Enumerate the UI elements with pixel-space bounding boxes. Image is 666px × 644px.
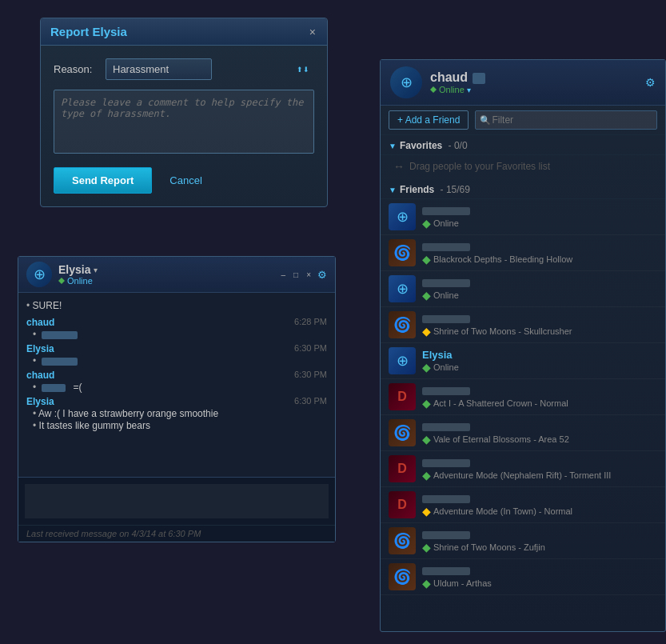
friends-panel: ⊕ chaud ​ Online ▾ ⚙ + Add a Friend 🔍 [380, 59, 666, 632]
blurred-name [422, 459, 470, 467]
favorites-count: - 0/0 [445, 140, 467, 151]
friends-titlebar: ⊕ chaud ​ Online ▾ ⚙ [381, 60, 665, 106]
chat-username: Elysia [58, 263, 90, 276]
report-dialog: Report Elysia × Reason: Harassment Spam … [40, 18, 328, 207]
sender-name: Elysia [26, 396, 54, 407]
status-icon: ◆ [422, 433, 431, 446]
maximize-button[interactable]: □ [292, 270, 300, 279]
sender-name: Elysia [26, 343, 54, 354]
chat-status: Online [58, 276, 98, 286]
friend-game-icon: 🌀 [389, 527, 416, 554]
chat-message: chaud 6:30 PM =( [26, 370, 327, 393]
sender-name: chaud [26, 370, 54, 381]
chevron-icon: ▼ [389, 186, 397, 194]
blurred-name [422, 315, 470, 323]
friend-game-icon: 🌀 [389, 311, 416, 338]
friend-info: ◆ Online [422, 277, 657, 302]
chat-message: Elysia 6:30 PM [26, 343, 327, 366]
send-report-button[interactable]: Send Report [54, 167, 152, 194]
friend-name [422, 241, 657, 253]
friend-info: ◆ Shrine of Two Moons - Skullcrusher [422, 313, 657, 338]
friends-username: chaud [430, 70, 468, 84]
blurred-message [42, 331, 78, 339]
blurred-name [422, 207, 470, 215]
message-time: 6:28 PM [294, 317, 327, 328]
cancel-button[interactable]: Cancel [160, 167, 211, 194]
bnet-logo-icon: ⊕ [401, 74, 413, 91]
search-icon: 🔍 [480, 115, 491, 126]
comment-textarea[interactable] [54, 90, 314, 154]
chevron-down-icon: ▾ [94, 266, 98, 274]
chat-footer: Last received message on 4/3/14 at 6:30 … [18, 525, 335, 542]
chat-titlebar: ⊕ Elysia ▾ Online – □ × ⚙ [18, 257, 335, 293]
friend-name [422, 277, 657, 289]
list-item[interactable]: ⊕ ◆ Online [381, 199, 665, 235]
reason-dropdown[interactable]: Harassment Spam Inappropriate Name Cheat… [106, 58, 212, 80]
list-item[interactable]: D ◆ Act I - A Shattered Crown - Normal [381, 379, 665, 415]
blurred-name [422, 279, 470, 287]
friend-name [422, 385, 657, 397]
list-item[interactable]: D ◆ Adventure Mode (In Town) - Normal [381, 487, 665, 523]
message-content-line1: Aw :( I have a strawberry orange smoothi… [26, 407, 327, 419]
friend-info: ◆ Act I - A Shattered Crown - Normal [422, 385, 657, 410]
friend-status: ◆ Vale of Eternal Blossoms - Area 52 [422, 433, 657, 446]
list-item[interactable]: 🌀 ◆ Vale of Eternal Blossoms - Area 52 [381, 415, 665, 451]
status-icon: ◆ [422, 577, 431, 590]
friend-info: Elysia ◆ Online [422, 349, 657, 374]
friend-name [422, 313, 657, 325]
friend-game-icon: D [389, 383, 416, 410]
friend-status: ◆ Act I - A Shattered Crown - Normal [422, 397, 657, 410]
add-friend-button[interactable]: + Add a Friend [389, 110, 469, 130]
friend-name [422, 421, 657, 433]
friends-toolbar: + Add a Friend 🔍 [381, 106, 665, 135]
filter-input[interactable] [475, 110, 657, 130]
battletag-badge: ​ [473, 73, 485, 84]
status-icon: ◆ [422, 217, 431, 230]
minimize-button[interactable]: – [280, 270, 288, 279]
friend-status: ◆ Shrine of Two Moons - Zufjin [422, 541, 657, 554]
message-content: =( [26, 381, 327, 393]
blurred-name [422, 495, 470, 503]
message-content-line2: It tastes like gummy bears [26, 419, 327, 431]
status-icon [58, 278, 65, 284]
friends-settings-icon[interactable]: ⚙ [645, 76, 656, 89]
chat-user-info: Elysia ▾ Online [58, 263, 98, 286]
message-time: 6:30 PM [294, 343, 327, 354]
friend-status: ◆ Blackrock Depths - Bleeding Hollow [422, 253, 657, 266]
friend-info: ◆ Vale of Eternal Blossoms - Area 52 [422, 421, 657, 446]
close-chat-button[interactable]: × [305, 270, 313, 279]
list-item[interactable]: 🌀 ◆ Blackrock Depths - Bleeding Hollow [381, 235, 665, 271]
list-item[interactable]: 🌀 ◆ Shrine of Two Moons - Zufjin [381, 523, 665, 559]
friend-info: ◆ Shrine of Two Moons - Zufjin [422, 529, 657, 554]
close-button[interactable]: × [308, 26, 317, 38]
blurred-message [42, 358, 78, 366]
friend-game-icon: D [389, 455, 416, 482]
list-item[interactable]: ⊕ ◆ Online [381, 271, 665, 307]
drag-hint: Drag people to your Favorites list [381, 155, 665, 179]
friend-game-icon: 🌀 [389, 239, 416, 266]
blurred-name [422, 531, 470, 539]
list-item[interactable]: D ◆ Adventure Mode (Nephalem Rift) - Tor… [381, 451, 665, 487]
blurred-name [422, 567, 470, 575]
chat-controls: – □ × ⚙ [280, 269, 327, 281]
friend-name [422, 205, 657, 217]
favorites-section-header: ▼ Favorites - 0/0 [381, 135, 665, 155]
friends-list: ▼ Favorites - 0/0 Drag people to your Fa… [381, 135, 665, 631]
list-item[interactable]: 🌀 ◆ Shrine of Two Moons - Skullcrusher [381, 307, 665, 343]
list-item[interactable]: 🌀 ◆ Uldum - Arthas [381, 559, 665, 595]
status-icon: ◆ [422, 397, 431, 410]
blurred-name [422, 423, 470, 431]
system-message: SURE! [26, 298, 327, 314]
friend-name [422, 529, 657, 541]
list-item[interactable]: ⊕ Elysia ◆ Online [381, 343, 665, 379]
chat-avatar: ⊕ [26, 262, 52, 287]
chat-message: chaud 6:28 PM [26, 317, 327, 340]
chat-input-area [18, 477, 335, 525]
friends-user-info: chaud ​ Online ▾ [430, 70, 485, 94]
status-icon: ◆ [422, 469, 431, 482]
blurred-name [422, 243, 470, 251]
chat-input[interactable] [25, 484, 329, 518]
friends-title-left: ⊕ chaud ​ Online ▾ [390, 66, 485, 98]
settings-icon[interactable]: ⚙ [317, 269, 327, 281]
friends-count: - 15/69 [437, 184, 470, 195]
